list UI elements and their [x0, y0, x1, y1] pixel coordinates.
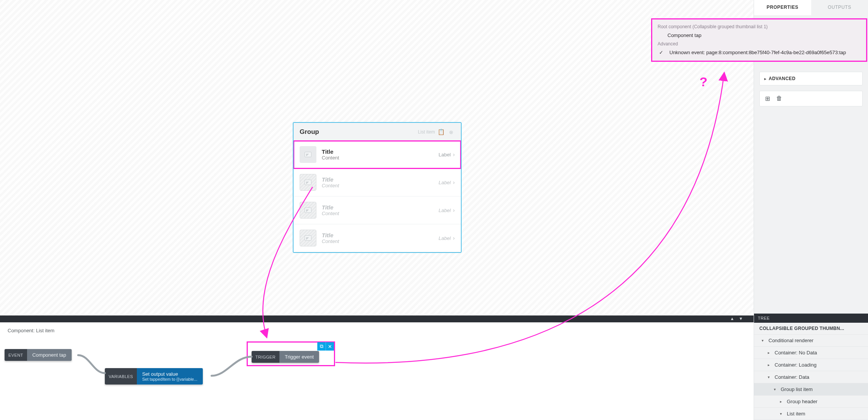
thumbnail-placeholder-icon [300, 174, 316, 191]
trash-icon[interactable]: 🗑 [776, 95, 782, 102]
dropdown-item-label: Component tap [667, 32, 701, 38]
header-badge-area: List item 📋 ⊗ [418, 128, 455, 136]
tree-item-container-loading[interactable]: ▸ Container: Loading [754, 359, 868, 371]
tree-label: Group header [787, 399, 817, 404]
tree-label: Conditional renderer [769, 338, 813, 343]
thumbnail-placeholder-icon [300, 230, 316, 246]
tree-panel: COLLAPSIBLE GROUPED THUMBN... ▾ Conditio… [754, 323, 868, 420]
event-picker-dropdown[interactable]: Root component (Collapsible grouped thum… [651, 18, 867, 62]
thumbnail-placeholder-icon [300, 202, 316, 219]
list-item-title: Title [322, 176, 433, 183]
list-item-row[interactable]: Title Content Label › [294, 141, 461, 169]
list-item-subtitle: Content [322, 238, 433, 244]
logic-editor[interactable]: Component: List item EVENT Component tap… [0, 322, 754, 420]
list-item-row[interactable]: Title Content Label › [294, 224, 461, 252]
caret-right-icon: ▸ [780, 399, 785, 404]
list-item-trailing-label: Label [439, 152, 451, 158]
list-item-subtitle: Content [322, 155, 433, 161]
canvas-workspace[interactable]: Group List item 📋 ⊗ Title Content Label … [0, 0, 754, 315]
chevron-right-icon: › [453, 179, 455, 185]
dropdown-group-label: Root component (Collapsible grouped thum… [656, 23, 862, 31]
sidebar-tabs: PROPERTIES OUTPUTS [754, 0, 868, 15]
caret-right-icon: ▸ [768, 363, 772, 367]
caret-down-icon: ▾ [774, 387, 778, 391]
tree-item-container-data[interactable]: ▾ Container: Data [754, 371, 868, 383]
component-preview-card[interactable]: Group List item 📋 ⊗ Title Content Label … [293, 122, 462, 253]
tree-label: List item [787, 411, 805, 417]
action-row: ⊞ 🗑 [759, 91, 863, 106]
chevron-right-icon: › [453, 235, 455, 241]
node-label: Trigger event [285, 354, 314, 360]
logic-node-event[interactable]: EVENT Component tap [5, 349, 72, 361]
dropdown-item-component-tap[interactable]: Component tap [656, 31, 862, 40]
chevron-right-icon: › [453, 207, 455, 213]
tree-label: COLLAPSIBLE GROUPED THUMBN... [759, 326, 844, 331]
chevron-right-icon: ▸ [764, 77, 766, 81]
node-tag: VARIABLES [105, 368, 137, 385]
logic-node-trigger[interactable]: TRIGGER Trigger event [252, 351, 319, 363]
list-item-title: Title [322, 232, 433, 238]
tree-item-group-header[interactable]: ▸ Group header [754, 396, 868, 408]
advanced-section[interactable]: ▸ ADVANCED [759, 72, 863, 85]
node-label: Component tap [32, 352, 66, 358]
node-tag: TRIGGER [252, 351, 279, 363]
tree-item-list-item[interactable]: ▾ List item [754, 408, 868, 420]
tree-label: Container: Loading [775, 362, 817, 368]
preview-group-header: Group List item 📋 ⊗ [294, 123, 461, 141]
chevron-right-icon: › [453, 151, 455, 158]
caret-down-icon: ▾ [762, 338, 766, 343]
tree-label: Group list item [781, 386, 813, 392]
node-subline: Set tappedItem to {{variable... [142, 377, 197, 381]
collapse-down-icon[interactable]: ▼ [739, 316, 743, 321]
list-item-title: Title [322, 148, 433, 155]
caret-down-icon: ▾ [768, 375, 772, 379]
close-circle-icon[interactable]: ⊗ [447, 128, 455, 136]
add-icon[interactable]: ⊞ [765, 95, 770, 102]
tree-item-group-list-item[interactable]: ▾ Group list item [754, 383, 868, 396]
advanced-section-title: ADVANCED [769, 76, 795, 81]
logic-breadcrumb: Component: List item [0, 322, 754, 336]
list-item-subtitle: Content [322, 183, 433, 188]
group-title: Group [300, 128, 319, 136]
tree-item-conditional-renderer[interactable]: ▾ Conditional renderer [754, 335, 868, 347]
tab-outputs[interactable]: OUTPUTS [811, 0, 868, 15]
dropdown-group-label: Advanced [656, 40, 862, 48]
list-item-badge: List item [418, 129, 435, 135]
panel-divider-bar[interactable]: ▲ ▼ [0, 315, 754, 322]
list-item-title: Title [322, 204, 433, 211]
tree-panel-header: TREE [754, 314, 868, 323]
list-item-trailing-label: Label [439, 235, 451, 241]
tab-properties[interactable]: PROPERTIES [754, 0, 811, 15]
list-item-trailing-label: Label [439, 208, 451, 213]
tree-root[interactable]: COLLAPSIBLE GROUPED THUMBN... [754, 323, 868, 335]
list-item-row[interactable]: Title Content Label › [294, 196, 461, 224]
caret-right-icon: ▸ [768, 351, 772, 355]
caret-down-icon: ▾ [780, 412, 785, 416]
annotation-question-mark: ? [700, 74, 708, 89]
list-item-trailing-label: Label [439, 180, 451, 185]
delete-node-button[interactable]: ✕ [326, 342, 334, 351]
tree-item-container-no-data[interactable]: ▸ Container: No Data [754, 347, 868, 359]
logic-node-variables[interactable]: VARIABLES Set output value Set tappedIte… [105, 368, 203, 385]
clipboard-icon[interactable]: 📋 [437, 128, 445, 136]
node-label: Set output value [142, 371, 197, 377]
dropdown-item-label: Unknown event: page:8:component:8be75f40… [669, 50, 846, 55]
list-item-subtitle: Content [322, 211, 433, 216]
collapse-up-icon[interactable]: ▲ [730, 316, 734, 321]
tree-label: Container: Data [775, 374, 809, 380]
list-item-row[interactable]: Title Content Label › [294, 169, 461, 196]
thumbnail-placeholder-icon [300, 146, 316, 163]
duplicate-node-button[interactable]: ⧉ [317, 342, 326, 351]
right-sidebar: PROPERTIES OUTPUTS untitled ▸ ADVANCED ⊞… [754, 0, 868, 420]
dropdown-item-unknown-event[interactable]: Unknown event: page:8:component:8be75f40… [656, 48, 862, 57]
tree-label: Container: No Data [775, 350, 817, 356]
node-tag: EVENT [5, 349, 27, 361]
